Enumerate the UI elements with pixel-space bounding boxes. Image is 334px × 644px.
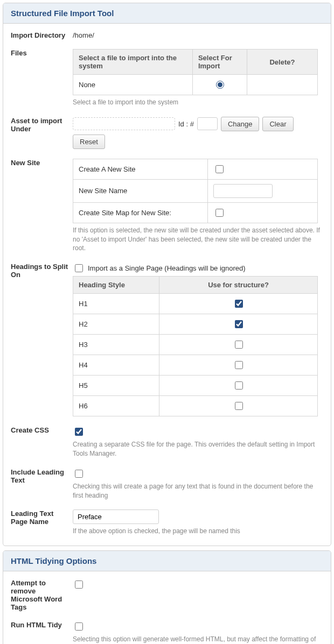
single-page-label: Import as a Single Page (Headings will b… [88,264,246,272]
files-help: Select a file to import into the system [73,98,323,107]
leadname-input[interactable] [73,509,159,524]
createcss-label: Create CSS [11,426,73,458]
reset-button[interactable]: Reset [73,135,105,149]
createcss-checkbox[interactable] [75,428,83,436]
heading-use-checkbox[interactable] [235,320,243,328]
heading-style-cell: H6 [73,396,159,416]
leadtext-checkbox[interactable] [75,470,83,478]
headings-table: Heading Style Use for structure? H1H2H3H… [73,276,318,416]
runtidy-label: Run HTML Tidy [11,621,73,644]
import-directory-value: /home/ [73,31,323,39]
heading-use-checkbox[interactable] [235,381,243,390]
asset-picker-input[interactable] [73,117,175,130]
import-directory-label: Import Directory [11,31,73,39]
newsite-sitemap-label: Create Site Map for New Site: [73,202,208,223]
runtidy-checkbox[interactable] [75,622,83,631]
file-delete-cell [247,75,317,95]
asset-id-input[interactable] [197,117,218,130]
html-tidy-panel: HTML Tidying Options Attempt to remove M… [3,550,331,644]
asset-label: Asset to import Under [11,117,73,149]
table-row: H5 [73,376,318,396]
leadname-label: Leading Text Page Name [11,509,73,536]
removeword-label: Attempt to remove Microsoft Word Tags [11,579,73,611]
headings-label: Headings to Split On [11,263,73,416]
leadtext-label: Include Leading Text [11,468,73,500]
headings-th-style: Heading Style [73,277,159,294]
files-th-delete: Delete? [247,49,317,75]
single-page-checkbox[interactable] [75,264,83,272]
heading-style-cell: H3 [73,335,159,355]
heading-use-cell [159,314,318,335]
files-table: Select a file to import into the system … [73,49,318,95]
structured-import-panel: Structured File Import Tool Import Direc… [3,3,331,546]
newsite-help: If this option is selected, the new site… [73,226,323,253]
leadname-help: If the above option is checked, the page… [73,527,323,536]
headings-th-use: Use for structure? [159,277,318,294]
table-row: Create Site Map for New Site: [73,202,318,223]
heading-style-cell: H1 [73,294,159,314]
leadtext-help: Checking this will create a page for any… [73,482,323,500]
table-row: New Site Name [73,179,318,202]
file-cell: None [73,75,193,95]
table-row: H1 [73,294,318,314]
file-select-cell [192,75,247,95]
table-row: H2 [73,314,318,335]
html-tidy-header: HTML Tidying Options [3,551,331,571]
clear-button[interactable]: Clear [262,117,293,131]
newsite-table: Create A New Site New Site Name Create S… [73,159,318,223]
newsite-create-label: Create A New Site [73,159,208,179]
newsite-label: New Site [11,159,73,253]
files-th-file: Select a file to import into the system [73,49,193,75]
change-button[interactable]: Change [221,117,260,131]
heading-style-cell: H4 [73,355,159,376]
heading-use-cell [159,294,318,314]
heading-use-checkbox[interactable] [235,402,243,410]
heading-use-checkbox[interactable] [235,361,243,369]
html-tidy-body: Attempt to remove Microsoft Word Tags Ru… [3,571,331,644]
heading-use-cell [159,335,318,355]
heading-use-checkbox[interactable] [235,300,243,308]
newsite-sitemap-checkbox[interactable] [215,209,224,217]
structured-import-body: Import Directory /home/ Files Select a f… [3,24,331,546]
runtidy-help: Selecting this option will generate well… [73,635,323,644]
asset-idhash-label: Id : # [178,120,194,128]
files-th-select: Select For Import [192,49,247,75]
heading-style-cell: H5 [73,376,159,396]
newsite-name-label: New Site Name [73,179,208,202]
table-row: None [73,75,318,95]
structured-import-header: Structured File Import Tool [3,3,331,24]
heading-use-cell [159,355,318,376]
removeword-checkbox[interactable] [75,581,83,589]
files-label: Files [11,49,73,107]
heading-use-checkbox[interactable] [235,341,243,349]
createcss-help: Creating a separate CSS file for the pag… [73,440,323,458]
table-row: H4 [73,355,318,376]
heading-style-cell: H2 [73,314,159,335]
table-row: H6 [73,396,318,416]
heading-use-cell [159,376,318,396]
table-row: Create A New Site [73,159,318,179]
newsite-name-input[interactable] [213,184,273,198]
newsite-create-checkbox[interactable] [215,165,224,173]
table-row: H3 [73,335,318,355]
file-select-radio[interactable] [216,81,224,89]
heading-use-cell [159,396,318,416]
